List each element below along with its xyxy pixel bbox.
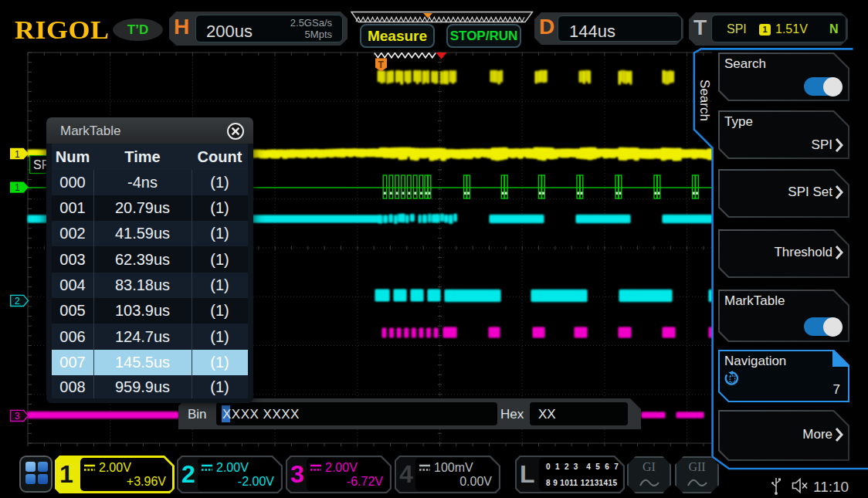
svg-text:1: 1 xyxy=(15,182,20,193)
svg-text:3: 3 xyxy=(15,411,20,422)
svg-text:2: 2 xyxy=(15,296,20,307)
svg-text:T: T xyxy=(378,59,385,70)
svg-text:1: 1 xyxy=(15,149,20,160)
